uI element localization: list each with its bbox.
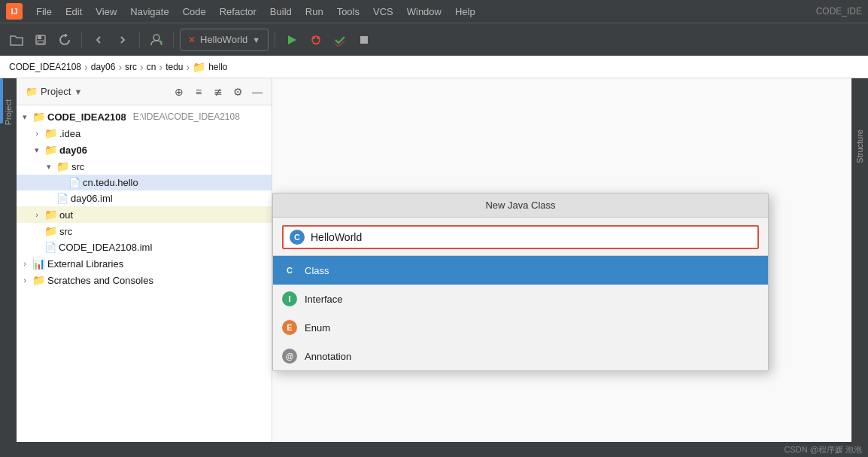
main-area: Project 📁 Project ▼ ⊕ ≡ ≢ ⚙ — ▾ 📁 COD [0,78,868,457]
tree-arrow-ext-libs: › [20,259,30,268]
tree-item-root-iml[interactable]: › 📄 CODE_IDEA2108.iml [17,239,272,255]
breadcrumb-item-src[interactable]: src [125,62,137,72]
menu-bar: File Edit View Navigate Code Refactor Bu… [30,4,816,20]
tree-item-root[interactable]: ▾ 📁 CODE_IDEA2108 E:\IDEA\CODE_IDEA2108 [17,108,272,125]
tree-arrow-out: › [32,210,42,219]
app-logo: IJ [6,3,23,20]
dialog-input-wrapper: C [282,225,759,249]
collapse-all-button[interactable]: ≡ [190,84,207,100]
svg-point-6 [312,36,315,39]
interface-label: Interface [305,294,343,305]
tree-arrow-scratches: › [20,276,30,285]
breadcrumb-item-day06[interactable]: day06 [91,62,116,72]
dialog-item-interface[interactable]: I Interface [273,285,768,313]
open-folder-button[interactable] [6,29,27,50]
menu-refactor[interactable]: Refactor [214,4,263,20]
menu-build[interactable]: Build [264,4,298,20]
breadcrumb-sep-3: › [140,61,144,73]
project-panel-toolbar: 📁 Project ▼ ⊕ ≡ ≢ ⚙ — [17,78,272,105]
tree-arrow-idea: › [32,129,42,138]
breadcrumb-item-tedu[interactable]: tedu [165,62,183,72]
toolbar-separator-1 [81,32,82,47]
tree-label-day06: day06 [59,145,87,156]
annotation-label: Annotation [305,351,351,362]
menu-vcs[interactable]: VCS [367,4,399,20]
breadcrumb-item-hello[interactable]: hello [208,62,227,72]
tree-item-src-inner[interactable]: ▾ 📁 src [17,158,272,175]
breadcrumb-item-cn[interactable]: cn [147,62,156,72]
sort-button[interactable]: ≢ [210,84,226,100]
toolbar-separator-4 [275,32,275,47]
back-button[interactable] [88,29,109,50]
tree-arrow-src: ▾ [44,162,54,172]
menu-run[interactable]: Run [299,4,329,20]
interface-icon: I [282,291,297,306]
menu-code[interactable]: Code [177,4,212,20]
dialog-item-class[interactable]: C Class [273,256,768,285]
forward-button[interactable] [112,29,133,50]
menu-file[interactable]: File [30,4,58,20]
breadcrumb-sep-2: › [118,61,122,73]
breadcrumb: CODE_IDEA2108 › day06 › src › cn › tedu … [0,56,868,78]
dialog-item-enum[interactable]: E Enum [273,313,768,342]
refresh-button[interactable] [54,29,75,50]
tree-item-package[interactable]: › 📄 cn.tedu.hello [17,175,272,190]
csdn-watermark: CSDN @程序媛 泡泡 [785,444,862,455]
coverage-button[interactable] [329,29,351,50]
project-view-selector[interactable]: 📁 Project ▼ [23,84,85,99]
breadcrumb-sep-5: › [186,61,190,73]
svg-point-3 [153,35,159,41]
folder-icon-src: 📁 [56,160,69,172]
toolbar-separator-3 [173,32,174,47]
package-icon: 📄 [68,177,80,188]
save-button[interactable] [30,29,51,50]
settings-icon-button[interactable]: ⚙ [229,84,246,100]
locate-file-button[interactable]: ⊕ [171,84,187,100]
toolbar-separator-2 [139,32,140,47]
run-config-dropdown[interactable]: ✕ HelloWorld ▼ [180,29,269,51]
side-tab-structure-label[interactable]: Structure [854,123,866,169]
minimize-panel-button[interactable]: — [249,84,266,100]
menu-tools[interactable]: Tools [331,4,366,20]
dialog-input-class-icon: C [290,230,305,245]
debug-button[interactable] [305,29,326,50]
iml-icon-root: 📄 [44,242,56,253]
tree-arrow-root: ▾ [20,112,30,122]
tree-item-src-outer[interactable]: › 📁 src [17,223,272,239]
side-tab-project-label[interactable]: Project [2,93,14,131]
menu-window[interactable]: Window [401,4,448,20]
svg-point-7 [317,36,320,39]
menu-view[interactable]: View [90,4,123,20]
tree-label-root-iml: CODE_IDEA2108.iml [59,242,152,253]
vcs-update-button[interactable] [146,29,167,50]
breadcrumb-sep-4: › [159,61,162,73]
tree-item-out[interactable]: › 📁 out [17,206,272,223]
folder-icon-root: 📁 [32,111,45,123]
class-name-input[interactable] [311,231,751,243]
dialog-list: C Class I Interface E Enum @ Annotation [273,255,768,370]
stop-button[interactable] [354,29,375,50]
menu-help[interactable]: Help [449,4,481,20]
titlebar: IJ File Edit View Navigate Code Refactor… [0,0,868,23]
dialog-item-annotation[interactable]: @ Annotation [273,342,768,370]
new-java-class-dialog: New Java Class C C Class I Interface [272,193,769,371]
tree-item-idea[interactable]: › 📁 .idea [17,125,272,142]
dialog-input-area: C [273,218,768,255]
tree-item-ext-libs[interactable]: › 📊 External Libraries [17,255,272,272]
tree-item-scratches[interactable]: › 📁 Scratches and Consoles [17,272,272,288]
folder-icon-idea: 📁 [44,127,57,139]
run-button[interactable] [281,29,302,50]
run-config-error-icon: ✕ [188,35,196,45]
tree-label-src: src [71,161,84,172]
folder-icon-src-outer: 📁 [44,225,57,237]
menu-edit[interactable]: Edit [59,4,88,20]
tree-label-scratches: Scratches and Consoles [47,275,153,286]
project-view-folder-icon: 📁 [26,86,38,97]
class-label: Class [305,265,329,276]
project-toolbar-icons: ⊕ ≡ ≢ ⚙ — [171,84,266,100]
menu-navigate[interactable]: Navigate [124,4,175,20]
tree-item-day06-iml[interactable]: › 📄 day06.iml [17,190,272,206]
tree-label-idea: .idea [59,128,80,139]
tree-item-day06[interactable]: ▾ 📁 day06 [17,142,272,158]
breadcrumb-item-root[interactable]: CODE_IDEA2108 [9,62,81,72]
